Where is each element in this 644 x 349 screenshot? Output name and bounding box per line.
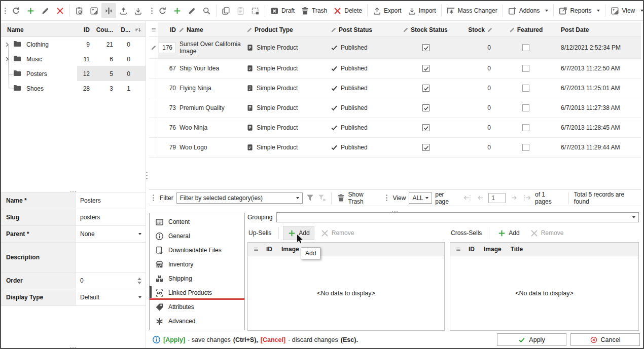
stock-status-checkbox[interactable] [422,124,430,131]
upsells-remove-button[interactable]: Remove [316,226,359,240]
cell-post-date[interactable]: 6/7/2013 11:25:01 AM [555,79,641,98]
grouping-select[interactable] [276,212,639,222]
cell-product-type[interactable]: Simple Product [244,37,330,58]
cell-id[interactable]: 67 [158,59,178,78]
column-header-post-status[interactable]: Post Status [330,23,401,36]
slug-field[interactable]: posters [76,209,146,225]
cell-stock[interactable]: 0 [451,37,497,58]
column-header-name[interactable]: Name [1,26,71,33]
tab-inventory[interactable]: Inventory [150,257,244,272]
export-button[interactable]: Export [370,3,405,18]
name-field[interactable]: Posters [76,192,146,209]
cell-name[interactable]: Flying Ninja [178,79,244,98]
row-handle-column-header[interactable] [149,23,158,36]
vertical-splitter-handle[interactable] [146,172,148,179]
search-button[interactable] [199,3,214,18]
cell-post-status[interactable]: Published [330,79,401,98]
column-header-image[interactable]: Image [484,246,502,253]
mass-changer-button[interactable]: Mass Changer [444,3,500,18]
product-row[interactable]: 79 Woo Logo Simple Product Published 0 6… [149,138,641,158]
draft-button[interactable]: Draft [267,3,298,18]
tab-downloadable-files[interactable]: Downloadable Files [150,243,244,257]
cell-name[interactable]: Ship Your Idea [178,59,244,78]
cell-stock[interactable]: 0 [451,118,497,137]
stock-status-checkbox[interactable] [422,144,430,151]
cell-id[interactable]: 79 [158,138,178,157]
stock-status-checkbox[interactable] [422,104,430,111]
filter-toolbar-drag-handle[interactable] [150,195,157,201]
cell-post-status[interactable]: Published [330,37,401,58]
edit-category-button[interactable] [38,3,53,18]
featured-checkbox[interactable] [522,65,529,72]
delete-category-button[interactable] [53,3,67,18]
featured-checkbox[interactable] [522,85,529,92]
add-product-button[interactable] [170,3,185,18]
tab-advanced[interactable]: Advanced [150,314,244,328]
category-row-shoes[interactable]: Shoes 28 3 1 [1,81,146,96]
adjust-image-button[interactable] [87,3,101,18]
cell-product-type[interactable]: Simple Product [244,59,330,78]
apply-filter-button[interactable] [306,193,314,202]
preview-button[interactable] [72,3,87,18]
display-type-select[interactable]: Default [76,289,146,305]
stock-status-checkbox[interactable] [422,44,430,51]
addons-dropdown-button[interactable]: Addons [505,3,552,18]
column-header-post-date[interactable]: Post Date [555,23,641,36]
product-row[interactable]: 67 Ship Your Idea Simple Product Publish… [149,59,641,79]
vertical-splitter[interactable] [146,21,146,348]
apply-button[interactable]: Apply [497,333,566,346]
trash-button[interactable]: Trash [298,3,330,18]
stock-status-checkbox[interactable] [422,65,430,72]
view-dropdown-button[interactable]: View [607,3,644,18]
featured-checkbox[interactable] [522,124,529,131]
stock-status-checkbox[interactable] [422,85,430,92]
product-row[interactable]: 76 Woo Ninja Simple Product Published 0 … [149,118,641,138]
cross-sells-remove-button[interactable]: Remove [526,226,568,240]
featured-checkbox[interactable] [522,44,529,51]
per-page-select[interactable]: ALL [409,192,432,204]
left-bottom-splitter[interactable]: … [1,343,146,348]
expand-chevron-icon[interactable] [1,42,13,48]
cancel-button[interactable]: Cancel [570,333,640,346]
cell-post-date[interactable]: 6/7/2013 11:27:38 AM [555,98,641,118]
tab-attributes[interactable]: Attributes [150,300,244,314]
reports-dropdown-button[interactable]: Reports [556,3,603,18]
column-header-stock[interactable]: Stock [451,23,497,36]
cell-post-date[interactable]: 8/12/2021 2:52:34 PM [555,37,641,58]
cell-id[interactable]: 76 [158,118,178,137]
expand-chevron-icon[interactable] [1,56,13,62]
column-header-featured[interactable]: Featured [497,23,555,36]
tab-linked-products[interactable]: Linked Products [150,286,244,300]
cell-name[interactable]: Woo Logo [178,138,244,157]
import-categories-button[interactable] [131,3,146,18]
tab-content[interactable]: Content [150,215,244,229]
delete-product-button[interactable]: Delete [330,3,365,18]
cell-id[interactable]: 70 [158,79,178,98]
cell-product-type[interactable]: Simple Product [244,118,330,137]
cell-stock[interactable]: 0 [451,138,497,157]
featured-checkbox[interactable] [522,144,529,151]
column-header-id[interactable]: ID [469,246,475,253]
category-row-posters[interactable]: Posters 12 5 0 [1,66,146,81]
category-row-clothing[interactable]: Clothing 9 21 0 [1,37,146,52]
product-row[interactable]: 73 Premium Quality Simple Product Publis… [149,98,641,118]
toolbar2-drag-handle[interactable] [149,8,155,14]
cell-post-status[interactable]: Published [330,138,401,157]
cell-product-type[interactable]: Simple Product [244,79,330,98]
import-button[interactable]: Import [405,3,439,18]
last-page-button[interactable] [522,192,532,204]
cell-name[interactable]: Woo Ninja [178,118,244,137]
filter-category-select[interactable]: Filter by selected category(ies) [176,192,303,204]
previous-page-button[interactable] [475,192,485,204]
cell-stock[interactable]: 0 [451,59,497,78]
split-view-button[interactable] [101,3,116,18]
column-header-id[interactable]: ID [266,246,272,253]
cell-post-date[interactable]: 6/7/2013 11:29:44 AM [555,138,641,157]
column-header-stock-status[interactable]: Stock Status [401,23,451,36]
cell-name[interactable]: Sunset Over California Image [178,37,244,58]
refresh-products-button[interactable] [155,3,170,18]
tab-shipping[interactable]: Shipping [150,272,244,286]
cell-post-status[interactable]: Published [330,118,401,137]
cell-post-date[interactable]: 6/7/2013 11:28:45 AM [555,118,641,137]
parent-select[interactable]: None [76,226,146,242]
